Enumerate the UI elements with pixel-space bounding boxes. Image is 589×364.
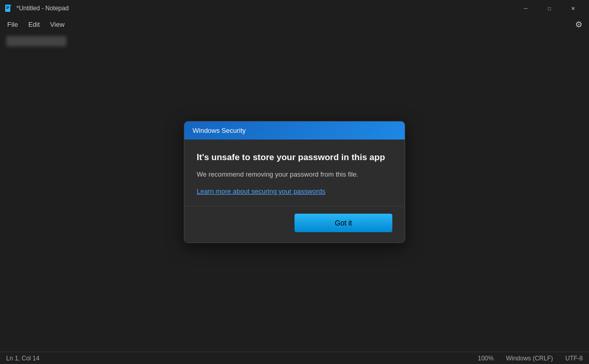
cursor-position: Ln 1, Col 14 — [6, 355, 40, 362]
dialog-body: It's unsafe to store your password in th… — [184, 140, 405, 206]
window-title: *Untitled - Notepad — [16, 5, 510, 12]
view-menu[interactable]: View — [45, 19, 70, 30]
edit-menu[interactable]: Edit — [23, 19, 45, 30]
window-controls: ─ □ ✕ — [514, 0, 585, 16]
notepad-icon — [4, 4, 12, 12]
dialog-header: Windows Security — [184, 122, 405, 140]
minimize-button[interactable]: ─ — [514, 0, 538, 16]
settings-button[interactable]: ⚙ — [570, 16, 587, 32]
svg-rect-1 — [6, 6, 9, 7]
statusbar: Ln 1, Col 14 100% Windows (CRLF) UTF-8 — [0, 352, 589, 364]
dialog-description: We recommend removing your password from… — [197, 169, 392, 180]
got-it-button[interactable]: Got it — [294, 214, 392, 232]
titlebar: *Untitled - Notepad ─ □ ✕ — [0, 0, 589, 16]
security-dialog: Windows Security It's unsafe to store yo… — [184, 121, 405, 244]
dialog-title: It's unsafe to store your password in th… — [197, 152, 392, 163]
svg-rect-3 — [6, 8, 8, 9]
dialog-header-title: Windows Security — [193, 127, 246, 134]
file-menu[interactable]: File — [2, 19, 23, 30]
svg-rect-4 — [10, 5, 11, 6]
close-button[interactable]: ✕ — [561, 0, 585, 16]
statusbar-right: 100% Windows (CRLF) UTF-8 — [478, 355, 583, 362]
menubar: File Edit View ⚙ — [0, 16, 589, 32]
maximize-button[interactable]: □ — [538, 0, 561, 16]
blurred-password-text: password123!@# — [6, 36, 66, 46]
encoding: UTF-8 — [565, 355, 583, 362]
dialog-footer: Got it — [184, 206, 405, 242]
zoom-level: 100% — [478, 355, 494, 362]
learn-more-link[interactable]: Learn more about securing your passwords — [197, 187, 325, 195]
line-ending: Windows (CRLF) — [506, 355, 553, 362]
editor-content: password123!@# — [6, 36, 583, 46]
svg-rect-2 — [6, 7, 9, 8]
